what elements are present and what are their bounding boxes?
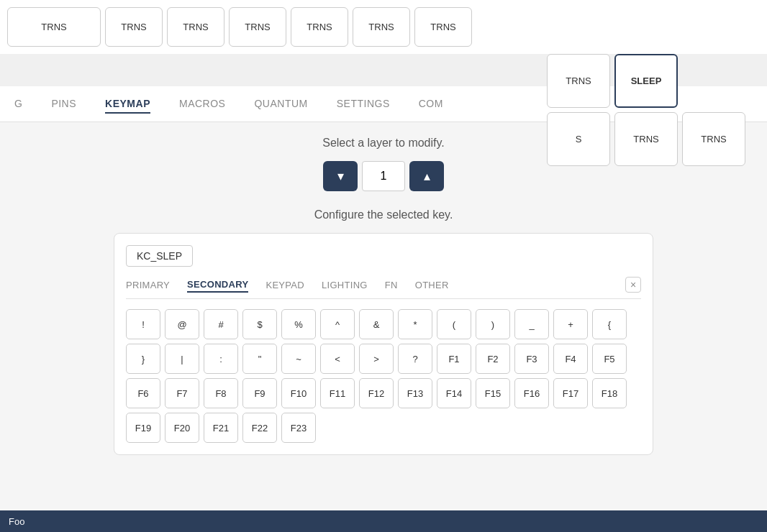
select-layer-label: Select a layer to modify.: [322, 137, 445, 150]
key-cell-r2-k2[interactable]: F3: [514, 344, 549, 374]
key-cell-r0-k2[interactable]: #: [204, 309, 238, 339]
nav-tab-com[interactable]: COM: [419, 95, 443, 114]
key-cell-r0-k6[interactable]: &: [359, 309, 394, 339]
key-cell-r1-k1[interactable]: +: [553, 309, 588, 339]
panel-tab-primary[interactable]: PRIMARY: [126, 278, 170, 292]
key-cell-r1-k5[interactable]: :: [204, 344, 238, 374]
float-key-1-1[interactable]: TRNS: [614, 112, 678, 166]
nav-tab-keymap[interactable]: KEYMAP: [105, 95, 150, 114]
panel-tab-other[interactable]: OTHER: [415, 278, 449, 292]
key-cell-r0-k7[interactable]: *: [398, 309, 432, 339]
floating-keys-popup: TRNSSLEEPSTRNSTRNS: [547, 54, 745, 166]
nav-tab-macros[interactable]: MACROS: [179, 95, 225, 114]
float-key-0-0[interactable]: TRNS: [547, 54, 610, 108]
top-key-5[interactable]: TRNS: [353, 7, 410, 47]
key-cell-r3-k9[interactable]: F22: [242, 413, 277, 443]
key-cell-r2-k8[interactable]: F9: [242, 378, 277, 408]
layer-number-input[interactable]: [362, 161, 405, 191]
key-cell-r3-k5[interactable]: F18: [592, 378, 627, 408]
key-cell-r3-k2[interactable]: F15: [476, 378, 510, 408]
key-cell-r2-k11[interactable]: F12: [359, 378, 394, 408]
key-cell-r2-k0[interactable]: F1: [437, 344, 471, 374]
top-key-0[interactable]: TRNS: [7, 7, 101, 47]
top-key-row: TRNSTRNSTRNSTRNSTRNSTRNSTRNS: [0, 0, 767, 54]
top-key-1[interactable]: TRNS: [105, 7, 163, 47]
key-config-panel: KC_SLEP PRIMARYSECONDARYKEYPADLIGHTINGFN…: [114, 233, 653, 455]
key-cell-r2-k9[interactable]: F10: [281, 378, 316, 408]
panel-tab-secondary[interactable]: SECONDARY: [187, 278, 248, 293]
nav-tab-quantum[interactable]: QUANTUM: [254, 95, 307, 114]
float-row-1: STRNSTRNS: [547, 112, 745, 166]
key-cell-r3-k6[interactable]: F19: [126, 413, 160, 443]
key-cell-r2-k4[interactable]: F5: [592, 344, 627, 374]
key-cell-r1-k10[interactable]: ?: [398, 344, 432, 374]
key-cell-r1-k7[interactable]: ~: [281, 344, 316, 374]
key-cell-r2-k1[interactable]: F2: [476, 344, 510, 374]
key-cell-r3-k8[interactable]: F21: [204, 413, 238, 443]
layer-up-button[interactable]: ▴: [409, 161, 444, 191]
key-cell-r2-k5[interactable]: F6: [126, 378, 160, 408]
panel-tabs: PRIMARYSECONDARYKEYPADLIGHTINGFNOTHER×: [126, 277, 641, 299]
key-cell-r3-k1[interactable]: F14: [437, 378, 471, 408]
panel-tab-keypad[interactable]: KEYPAD: [266, 278, 304, 292]
top-key-2[interactable]: TRNS: [167, 7, 224, 47]
top-key-3[interactable]: TRNS: [229, 7, 286, 47]
key-cell-r1-k3[interactable]: }: [126, 344, 160, 374]
key-cell-r2-k7[interactable]: F8: [204, 378, 238, 408]
layer-controls: ▾ ▴: [323, 161, 444, 191]
key-cell-r0-k9[interactable]: ): [476, 309, 510, 339]
top-key-4[interactable]: TRNS: [291, 7, 348, 47]
key-cell-r1-k9[interactable]: >: [359, 344, 394, 374]
float-key-1-2[interactable]: TRNS: [682, 112, 745, 166]
key-cell-r1-k2[interactable]: {: [592, 309, 627, 339]
key-cell-r0-k4[interactable]: %: [281, 309, 316, 339]
key-cell-r3-k0[interactable]: F13: [398, 378, 432, 408]
key-cell-r2-k6[interactable]: F7: [165, 378, 199, 408]
layer-down-button[interactable]: ▾: [323, 161, 358, 191]
panel-tab-lighting[interactable]: LIGHTING: [322, 278, 368, 292]
key-cell-r0-k8[interactable]: (: [437, 309, 471, 339]
main-content: Select a layer to modify. ▾ ▴ Configure …: [0, 122, 767, 532]
key-cell-r1-k8[interactable]: <: [320, 344, 355, 374]
key-cell-r0-k1[interactable]: @: [165, 309, 199, 339]
nav-tab-pins[interactable]: PINS: [51, 95, 76, 114]
key-cell-r2-k3[interactable]: F4: [553, 344, 588, 374]
panel-close-button[interactable]: ×: [625, 277, 641, 293]
key-cell-r3-k4[interactable]: F17: [553, 378, 588, 408]
top-key-6[interactable]: TRNS: [414, 7, 472, 47]
panel-tab-fn[interactable]: FN: [385, 278, 398, 292]
key-cell-r3-k10[interactable]: F23: [281, 413, 316, 443]
key-cell-r3-k7[interactable]: F20: [165, 413, 199, 443]
float-row-0: TRNSSLEEP: [547, 54, 745, 108]
nav-tab-g[interactable]: G: [14, 95, 22, 114]
key-cell-r3-k3[interactable]: F16: [514, 378, 549, 408]
bottom-bar-text: Foo: [9, 516, 24, 527]
nav-tab-settings[interactable]: SETTINGS: [337, 95, 390, 114]
key-cell-r0-k0[interactable]: !: [126, 309, 160, 339]
key-cell-r0-k5[interactable]: ^: [320, 309, 355, 339]
key-cell-r0-k3[interactable]: $: [242, 309, 277, 339]
key-code-badge: KC_SLEP: [126, 245, 193, 267]
bottom-bar: Foo: [0, 510, 767, 532]
key-cell-r2-k10[interactable]: F11: [320, 378, 355, 408]
key-cell-r1-k4[interactable]: |: [165, 344, 199, 374]
float-key-0-1[interactable]: SLEEP: [614, 54, 678, 108]
configure-key-label: Configure the selected key.: [314, 208, 453, 221]
key-cell-r1-k6[interactable]: ": [242, 344, 277, 374]
key-cell-r1-k0[interactable]: _: [514, 309, 549, 339]
key-grid: !@#$%^&*()_+{}|:"~<>?F1F2F3F4F5F6F7F8F9F…: [126, 309, 641, 443]
float-key-1-0[interactable]: S: [547, 112, 610, 166]
